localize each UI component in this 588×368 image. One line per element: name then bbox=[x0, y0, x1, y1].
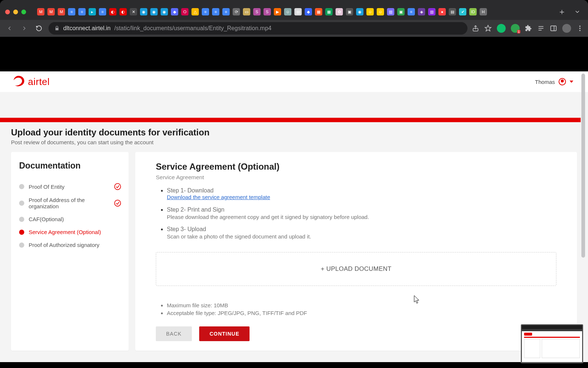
vertical-scrollbar[interactable] bbox=[581, 71, 585, 368]
pip-preview[interactable] bbox=[521, 325, 583, 363]
url-path: /static/link_documents/usermanuals/Entit… bbox=[114, 25, 272, 32]
pinned-tab[interactable]: ▥ bbox=[428, 8, 435, 15]
sidebar-item-caf[interactable]: CAF(Optional) bbox=[19, 213, 121, 226]
step-item: Step 1- Download Download the service ag… bbox=[167, 187, 556, 201]
pinned-tab[interactable]: ▦ bbox=[315, 8, 322, 15]
pinned-tab[interactable]: ▣ bbox=[346, 8, 353, 15]
pinned-tab[interactable]: △ bbox=[191, 8, 199, 15]
pinned-tab[interactable]: ▥ bbox=[387, 8, 394, 15]
svg-point-8 bbox=[579, 28, 580, 29]
kebab-menu-icon[interactable] bbox=[576, 25, 584, 32]
extensions-icon[interactable] bbox=[525, 25, 532, 32]
main-panel: Service Agreement (Optional) Service Agr… bbox=[135, 152, 577, 351]
check-icon bbox=[114, 199, 121, 207]
pinned-tab[interactable]: ID bbox=[469, 8, 477, 15]
pinned-tab[interactable]: ≡ bbox=[99, 8, 106, 15]
pinned-tab[interactable]: ✿ bbox=[336, 8, 343, 15]
tab-overflow-icon[interactable] bbox=[574, 8, 581, 15]
reading-list-icon[interactable] bbox=[537, 25, 545, 32]
close-window-button[interactable] bbox=[5, 10, 10, 14]
maximize-window-button[interactable] bbox=[21, 10, 26, 14]
pinned-tab[interactable]: ☺ bbox=[377, 8, 384, 15]
pinned-tab[interactable]: ▦ bbox=[325, 8, 333, 15]
scrollbar-thumb[interactable] bbox=[581, 74, 585, 258]
extension-icon[interactable] bbox=[497, 24, 506, 33]
pinned-tab[interactable]: M bbox=[47, 8, 55, 15]
pinned-tab[interactable]: ◉ bbox=[150, 8, 158, 15]
svg-point-10 bbox=[115, 184, 121, 190]
pinned-tab[interactable]: H bbox=[480, 8, 487, 15]
user-menu[interactable]: Thomas bbox=[535, 78, 573, 85]
pinned-tab[interactable]: ≡ bbox=[212, 8, 219, 15]
sidebar-item-service-agreement[interactable]: Service Agreement (Optional) bbox=[19, 226, 121, 238]
upload-dropzone[interactable]: + UPLOAD DOCUMENT bbox=[156, 252, 556, 286]
pinned-tab[interactable]: ▣ bbox=[397, 8, 405, 15]
minimize-window-button[interactable] bbox=[13, 10, 18, 14]
pinned-tab[interactable]: ≡ bbox=[408, 8, 415, 15]
pinned-tab[interactable]: ▶ bbox=[274, 8, 281, 15]
back-button[interactable] bbox=[4, 23, 15, 33]
pinned-tab[interactable]: M bbox=[58, 8, 65, 15]
step-title: Step 1- Download bbox=[167, 187, 556, 194]
pinned-tab[interactable]: ◈ bbox=[418, 8, 425, 15]
pinned-tab[interactable]: ◉ bbox=[356, 8, 363, 15]
pinned-tab[interactable]: M bbox=[37, 8, 44, 15]
requirements-list: Maximum file size: 10MB Acceptable file … bbox=[167, 302, 556, 316]
pinned-tab[interactable]: ≡ bbox=[78, 8, 86, 15]
sidebar-item-label: CAF(Optional) bbox=[29, 216, 64, 222]
pinned-tab[interactable]: ◉ bbox=[161, 8, 168, 15]
pinned-tab[interactable]: ✔ bbox=[459, 8, 466, 15]
sidebar-item-label: Proof of Address of the organization bbox=[29, 197, 110, 209]
sidebar-item-authorized-signatory[interactable]: Proof of Authorized signatory bbox=[19, 238, 121, 251]
address-bar[interactable]: dltconnect.airtel.in/static/link_documen… bbox=[49, 22, 467, 35]
sidebar-item-proof-of-entity[interactable]: Proof Of Entity bbox=[19, 180, 121, 194]
panel-icon[interactable] bbox=[550, 25, 557, 32]
requirement-item: Acceptable file type: JPEG/JPG, PNG, TIF… bbox=[167, 310, 556, 316]
extension-icon[interactable]: 1 bbox=[511, 24, 520, 33]
airtel-swirl-icon bbox=[11, 74, 26, 89]
pinned-tab[interactable]: ▤ bbox=[449, 8, 456, 15]
pinned-tab[interactable]: ◐ bbox=[119, 8, 127, 15]
step-title: Step 2- Print and Sign bbox=[167, 206, 556, 213]
pinned-tabs: M M M ≡ ≡ ▸ ≡ ◐ ◐ ✕ ◉ ◉ ◉ ◆ O △ ≡ ≡ ≡ ⟳ … bbox=[37, 8, 554, 15]
pinned-tab[interactable]: ▭ bbox=[243, 8, 250, 15]
panel-heading: Service Agreement (Optional) bbox=[156, 162, 556, 172]
pinned-tab[interactable]: ☺ bbox=[366, 8, 374, 15]
active-tab[interactable]: ✕ bbox=[130, 8, 137, 15]
step-item: Step 2- Print and Sign Please download t… bbox=[167, 206, 556, 220]
brand-logo[interactable]: airtel bbox=[11, 74, 50, 89]
back-button[interactable]: BACK bbox=[156, 326, 192, 341]
pinned-tab[interactable]: ☺ bbox=[284, 8, 291, 15]
svg-point-11 bbox=[115, 200, 121, 206]
pinned-tab[interactable]: S bbox=[253, 8, 261, 15]
sidebar-item-proof-of-address[interactable]: Proof of Address of the organization bbox=[19, 194, 121, 213]
pinned-tab[interactable]: ◆ bbox=[305, 8, 312, 15]
requirement-item: Maximum file size: 10MB bbox=[167, 302, 556, 308]
pinned-tab[interactable]: ◆ bbox=[171, 8, 178, 15]
status-dot bbox=[19, 184, 24, 189]
pinned-tab[interactable]: ≡ bbox=[202, 8, 209, 15]
pinned-tab[interactable]: ● bbox=[438, 8, 446, 15]
pinned-tab[interactable]: ≡ bbox=[222, 8, 230, 15]
pinned-tab[interactable]: S bbox=[263, 8, 271, 15]
pinned-tab[interactable]: ◉ bbox=[140, 8, 147, 15]
pinned-tab[interactable]: ◐ bbox=[109, 8, 116, 15]
page-title: Upload your identity documents for verif… bbox=[11, 127, 577, 138]
download-template-link[interactable]: Download the service agreement template bbox=[167, 194, 270, 200]
new-tab-button[interactable]: ＋ bbox=[558, 6, 566, 17]
pinned-tab[interactable]: ▸ bbox=[89, 8, 96, 15]
pinned-tab[interactable]: ≡ bbox=[68, 8, 75, 15]
bookmark-star-icon[interactable] bbox=[484, 25, 492, 32]
step-body: Please download the agreement copy and g… bbox=[167, 214, 556, 220]
brand-name: airtel bbox=[28, 76, 50, 88]
forward-button[interactable] bbox=[19, 23, 29, 33]
check-icon bbox=[114, 183, 121, 190]
documentation-sidebar: Documentation Proof Of Entity Proof of A… bbox=[11, 152, 129, 351]
pinned-tab[interactable]: ⟳ bbox=[233, 8, 240, 15]
pinned-tab[interactable]: ▤ bbox=[294, 8, 302, 15]
continue-button[interactable]: CONTINUE bbox=[199, 326, 250, 341]
profile-avatar[interactable] bbox=[562, 24, 571, 33]
share-icon[interactable] bbox=[472, 25, 479, 32]
reload-button[interactable] bbox=[34, 23, 44, 33]
pinned-tab[interactable]: O bbox=[181, 8, 189, 15]
